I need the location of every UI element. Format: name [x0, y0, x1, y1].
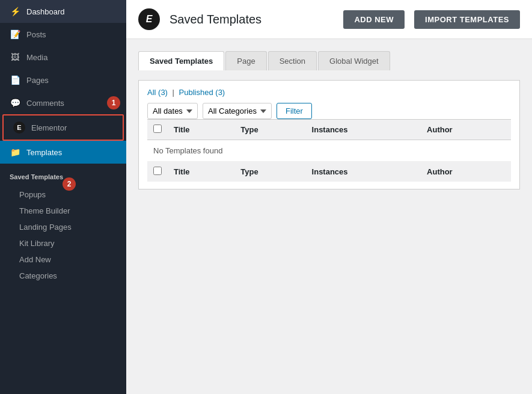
table-footer-type: Type [234, 162, 305, 182]
sidebar-item-label: Comments [26, 99, 64, 108]
comments-icon: 💬 [10, 97, 20, 108]
sidebar-item-templates[interactable]: 📁 Templates [0, 141, 126, 164]
media-icon: 🖼 [10, 52, 20, 63]
templates-table: Title Type Instances Author No Templates… [147, 119, 511, 182]
sidebar-item-label: Media [26, 53, 47, 62]
table-footer-row: Title Type Instances Author [147, 162, 511, 182]
page-title: Saved Templates [170, 13, 334, 26]
comments-badge: 1 [107, 96, 120, 109]
sidebar-sub-label: Popups [19, 190, 46, 199]
add-new-button[interactable]: ADD NEW [343, 10, 405, 29]
filter-links: All (3) | Published (3) [147, 88, 511, 97]
sidebar-item-label: Posts [26, 30, 46, 39]
posts-icon: 📝 [10, 29, 20, 40]
table-footer-instances: Instances [306, 162, 421, 182]
sidebar-item-media[interactable]: 🖼 Media [0, 46, 126, 69]
sidebar-sub-label: Categories [19, 271, 57, 280]
date-filter-select[interactable]: All dates [147, 103, 198, 119]
sidebar-sub-item-add-new[interactable]: Add New [0, 251, 126, 268]
page-header: E Saved Templates ADD NEW IMPORT TEMPLAT… [126, 0, 532, 39]
sidebar-item-dashboard[interactable]: ⚡ Dashboard [0, 0, 126, 23]
sidebar-item-label: Elementor [31, 123, 67, 132]
tab-saved-templates[interactable]: Saved Templates [138, 51, 224, 70]
main-content: E Saved Templates ADD NEW IMPORT TEMPLAT… [126, 0, 532, 394]
table-footer-checkbox-col [147, 162, 168, 182]
header-logo: E [138, 8, 160, 30]
templates-icon: 📁 [10, 147, 20, 158]
table-header-row: Title Type Instances Author [147, 120, 511, 140]
sidebar-item-comments[interactable]: 💬 Comments 1 [0, 91, 126, 114]
sidebar-sub-item-popups[interactable]: Popups [0, 186, 126, 203]
select-all-checkbox[interactable] [153, 125, 162, 133]
sidebar-sub-item-categories[interactable]: Categories [0, 268, 126, 284]
sidebar-sub-label: Theme Builder [19, 206, 70, 215]
filter-button[interactable]: Filter [277, 103, 312, 119]
sidebar: ⚡ Dashboard 📝 Posts 🖼 Media 📄 Pages 💬 Co… [0, 0, 126, 394]
table-footer-author: Author [421, 162, 511, 182]
import-templates-button[interactable]: IMPORT TEMPLATES [414, 10, 520, 29]
filters-section: All (3) | Published (3) All dates All Ca… [138, 80, 520, 189]
filter-published-link[interactable]: Published (3) [179, 88, 225, 97]
select-all-footer-checkbox[interactable] [153, 167, 162, 175]
sidebar-sub-item-theme-builder[interactable]: Theme Builder [0, 203, 126, 219]
pages-icon: 📄 [10, 75, 20, 85]
table-header-type: Type [234, 120, 305, 140]
table-header-author: Author [421, 120, 511, 140]
elementor-icon: E [13, 122, 25, 134]
table-header-checkbox-col [147, 120, 168, 140]
category-filter-select[interactable]: All Categories [203, 103, 272, 119]
sidebar-item-posts[interactable]: 📝 Posts [0, 23, 126, 46]
tab-page[interactable]: Page [225, 51, 266, 70]
table-empty-row: No Templates found [147, 140, 511, 162]
sidebar-sub-label: Landing Pages [19, 223, 72, 232]
dashboard-icon: ⚡ [10, 6, 20, 17]
sub-section-header: Saved Templates 2 [0, 164, 126, 186]
sidebar-item-elementor[interactable]: E Elementor [2, 114, 124, 141]
sidebar-sub-label: Add New [19, 255, 51, 264]
sidebar-item-label: Templates [26, 148, 62, 157]
content-area: Saved Templates Page Section Global Widg… [126, 39, 532, 202]
logo-text: E [146, 14, 153, 25]
tab-global-widget[interactable]: Global Widget [318, 51, 390, 70]
filter-all-link[interactable]: All (3) [147, 88, 168, 97]
sidebar-item-label: Pages [26, 76, 49, 85]
sub-section-badge: 2 [63, 177, 76, 191]
filter-separator: | [173, 88, 174, 97]
sidebar-sub-item-landing-pages[interactable]: Landing Pages [0, 219, 126, 235]
no-templates-message: No Templates found [153, 146, 222, 155]
sidebar-item-pages[interactable]: 📄 Pages [0, 69, 126, 91]
sidebar-sub-item-kit-library[interactable]: Kit Library [0, 235, 126, 251]
table-header-instances: Instances [306, 120, 421, 140]
filter-row: All dates All Categories Filter [147, 103, 511, 119]
tab-section[interactable]: Section [268, 51, 317, 70]
table-header-title[interactable]: Title [168, 120, 234, 140]
sidebar-item-label: Dashboard [26, 7, 65, 16]
table-footer-title[interactable]: Title [168, 162, 234, 182]
sidebar-sub-label: Kit Library [19, 239, 55, 248]
tabs-bar: Saved Templates Page Section Global Widg… [138, 51, 520, 70]
